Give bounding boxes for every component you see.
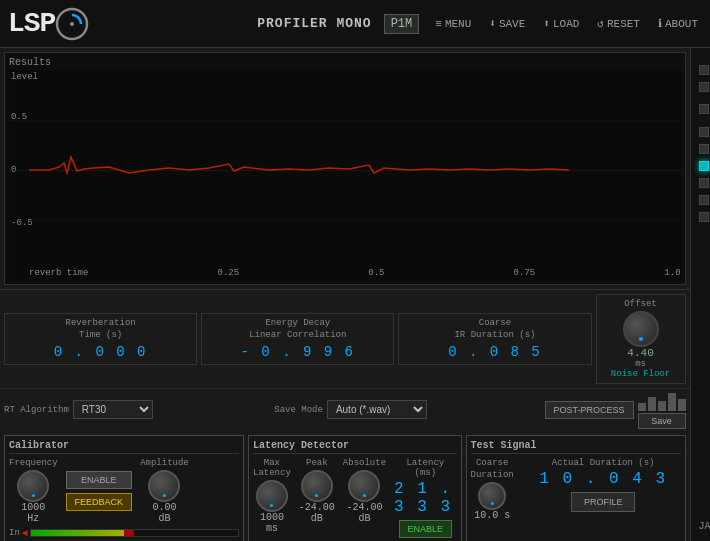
- status-detecting-latency: DETECTING LATENCY: [695, 96, 710, 122]
- absolute-col: Absolute -24.00 dB: [343, 458, 386, 524]
- vu-meter: In ◄: [9, 528, 239, 539]
- logo-text: LSP: [8, 8, 55, 39]
- absolute-unit: dB: [358, 513, 370, 524]
- profile-button[interactable]: PROFILE: [571, 492, 636, 512]
- feedback-button[interactable]: FEEDBACK: [66, 493, 133, 511]
- reverberation-box: Reverberation Time (s) 0 . 0 0 0: [4, 313, 197, 364]
- absolute-knob[interactable]: [348, 470, 380, 502]
- save-icon: ⬇: [489, 17, 496, 30]
- coarse-duration-knob-dot: [491, 502, 494, 505]
- latency-detector-title: Latency Detector: [253, 440, 457, 454]
- peak-label: Peak: [306, 458, 328, 468]
- main-area: Results level 0.5 0 -0.5 reverb time 0.2: [0, 48, 710, 541]
- max-latency-value: 1000: [260, 512, 284, 523]
- reverberation-label-2: Time (s): [13, 330, 188, 342]
- save-bar-1: [638, 403, 646, 411]
- about-icon: ℹ: [658, 17, 662, 30]
- coarse-duration-value: 10.0 s: [474, 510, 510, 521]
- latency-ms-col: Latency (ms) 2 1 . 3 3 3 ENABLE MEASURE: [394, 458, 457, 541]
- status-saving: SAVING: [695, 209, 710, 224]
- in-label: In: [9, 528, 20, 538]
- about-button[interactable]: ℹ ABOUT: [654, 15, 702, 32]
- calibrator-panel: Calibrator Frequency 1000 Hz ENABLE FEED…: [4, 435, 244, 541]
- frequency-knob-dot: [32, 494, 35, 497]
- recording-led: [699, 161, 709, 171]
- meter-bar-green: [31, 530, 124, 536]
- status-preprocessing: PREPROCESSING: [695, 124, 710, 139]
- bottom-panels: Calibrator Frequency 1000 Hz ENABLE FEED…: [0, 431, 690, 541]
- coarse-duration-col: Coarse Duration 10.0 s: [471, 458, 514, 521]
- actual-duration-col: Actual Duration (s) 1 0 . 0 4 3 PROFILE: [526, 458, 681, 512]
- status-recording: RECORDING: [695, 158, 710, 173]
- controls-row: Reverberation Time (s) 0 . 0 0 0 Energy …: [0, 289, 690, 388]
- latency-grid: Max Latency 1000 ms Peak -24.00 dB: [253, 458, 457, 541]
- latency-big-value: 2 1 . 3 3 3: [394, 480, 457, 516]
- amplitude-label: Amplitude: [140, 458, 189, 468]
- x-label-reverb: reverb time: [29, 268, 88, 278]
- reverberation-label-1: Reverberation: [13, 318, 188, 330]
- absolute-knob-dot: [363, 494, 366, 497]
- chart-area: level 0.5 0 -0.5 reverb time 0.25 0.5 0.…: [9, 70, 681, 280]
- save-mode-label: Save Mode: [274, 405, 323, 415]
- coarse-ir-value: 0 . 0 8 5: [407, 344, 582, 360]
- frequency-col: Frequency 1000 Hz: [9, 458, 58, 524]
- offset-value: 4.40: [627, 347, 653, 359]
- max-latency-unit: ms: [266, 523, 278, 534]
- knob-dot: [639, 337, 643, 341]
- energy-decay-value: - 0 . 9 9 6: [210, 344, 385, 360]
- coarse-duration-knob[interactable]: [478, 482, 506, 510]
- status-postprocessing: POSTPROCESSING: [695, 192, 710, 207]
- energy-decay-label-2: Linear Correlation: [210, 330, 385, 342]
- save-bar-4: [668, 393, 676, 411]
- load-button[interactable]: ⬆ LOAD: [539, 15, 583, 32]
- status-waiting: WAITING: [695, 141, 710, 156]
- menu-button[interactable]: ≡ MENU: [431, 16, 475, 32]
- x-label-025: 0.25: [218, 268, 240, 278]
- save-bar-5: [678, 399, 686, 411]
- results-label: Results: [9, 57, 681, 68]
- x-label-05: 0.5: [368, 268, 384, 278]
- profiler-title: PROFILER MONO: [257, 16, 371, 31]
- amplitude-knob[interactable]: [148, 470, 180, 502]
- reset-button[interactable]: ↺ RESET: [593, 15, 644, 32]
- rt-save-row: RT Algorithm RT30 RT10 RT20 EDT Save Mod…: [0, 388, 690, 431]
- about-label: ABOUT: [665, 18, 698, 30]
- peak-knob[interactable]: [301, 470, 333, 502]
- coarse-ir-label-2: IR Duration (s): [407, 330, 582, 342]
- preprocessing-led: [699, 127, 709, 137]
- save-button[interactable]: ⬇ SAVE: [485, 15, 529, 32]
- latency-enable-button[interactable]: ENABLE: [399, 520, 453, 538]
- max-latency-knob[interactable]: [256, 480, 288, 512]
- rt-algorithm-select[interactable]: RT30 RT10 RT20 EDT: [73, 400, 153, 419]
- save-button-main[interactable]: Save: [638, 413, 686, 429]
- saving-led: [699, 212, 709, 222]
- frequency-knob[interactable]: [17, 470, 49, 502]
- amplitude-value: 0.00: [152, 502, 176, 513]
- load-label: LOAD: [553, 18, 579, 30]
- in-arrow: ◄: [22, 528, 28, 539]
- frequency-unit: Hz: [27, 513, 39, 524]
- save-mode-select[interactable]: Auto (*.wav) Manual LSPC: [327, 400, 427, 419]
- offset-box: Offset 4.40 ms Noise Floor: [596, 294, 686, 384]
- offset-knob-container: 4.40 ms: [605, 311, 677, 369]
- jack-label: JACK:: [699, 521, 710, 532]
- max-latency-knob-dot: [270, 504, 273, 507]
- right-status-panel: IDLE CALIBRATING DETECTING LATENCY PREPR…: [690, 48, 710, 541]
- profiler-badge: P1M: [384, 14, 420, 34]
- svg-point-1: [70, 22, 74, 26]
- logo: LSP: [8, 7, 89, 41]
- convolving-led: [699, 178, 709, 188]
- waveform-svg: [29, 85, 681, 270]
- enable-button[interactable]: ENABLE: [66, 471, 133, 489]
- save-mode-section: Save Mode Auto (*.wav) Manual LSPC: [274, 400, 540, 419]
- latency-detector-panel: Latency Detector Max Latency 1000 ms Pea…: [248, 435, 462, 541]
- header-right: PROFILER MONO P1M ≡ MENU ⬇ SAVE ⬆ LOAD ↺…: [257, 14, 702, 34]
- post-process-button[interactable]: POST-PROCESS: [545, 401, 634, 419]
- idle-led: [699, 65, 709, 75]
- frequency-value: 1000: [21, 502, 45, 513]
- test-signal-panel: Test Signal Coarse Duration 10.0 s Actua…: [466, 435, 686, 541]
- save-bar-2: [648, 397, 656, 411]
- offset-knob[interactable]: [623, 311, 659, 347]
- top-spacer: [695, 52, 710, 60]
- reset-icon: ↺: [597, 17, 604, 30]
